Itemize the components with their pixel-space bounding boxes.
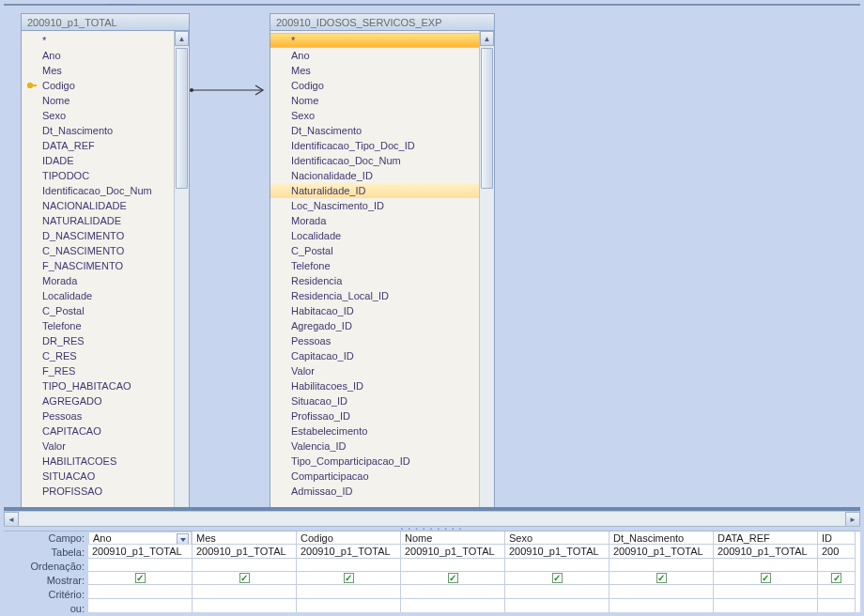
cell-mostrar[interactable] xyxy=(297,572,400,585)
grid-column[interactable]: Ano200910_p1_TOTAL xyxy=(88,531,193,612)
field-row[interactable]: Dt_Nascimento xyxy=(22,123,174,138)
table-title-right[interactable]: 200910_IDOSOS_SERVICOS_EXP xyxy=(270,14,494,31)
show-checkbox[interactable] xyxy=(135,573,146,583)
cell-ordenacao[interactable] xyxy=(297,559,400,572)
cell-mostrar[interactable] xyxy=(193,572,296,585)
field-row[interactable]: Valor xyxy=(22,439,174,454)
diagram-area[interactable]: 200910_p1_TOTAL *AnoMesCodigoNomeSexoDt_… xyxy=(4,4,860,511)
scroll-track-right[interactable] xyxy=(480,46,494,511)
cell-campo[interactable]: Nome xyxy=(401,531,504,545)
field-row[interactable]: DATA_REF xyxy=(22,138,174,153)
field-row[interactable]: Identificacao_Tipo_Doc_ID xyxy=(270,138,479,153)
cell-ou[interactable] xyxy=(297,599,400,612)
cell-ou[interactable] xyxy=(609,599,713,612)
field-row[interactable]: Sexo xyxy=(270,108,479,123)
field-row[interactable]: Telefone xyxy=(22,318,174,333)
grid-columns[interactable]: Ano200910_p1_TOTALMes200910_p1_TOTALCodi… xyxy=(88,531,860,612)
cell-tabela[interactable]: 200910_p1_TOTAL xyxy=(714,545,817,558)
grid-column[interactable]: Dt_Nascimento200910_p1_TOTAL xyxy=(609,531,714,612)
cell-ou[interactable] xyxy=(88,599,192,612)
field-row[interactable]: Morada xyxy=(22,273,174,288)
cell-tabela[interactable]: 200910_p1_TOTAL xyxy=(297,545,400,558)
field-row[interactable]: HABILITACOES xyxy=(22,454,174,469)
field-row[interactable]: Valencia_ID xyxy=(270,439,479,454)
field-row[interactable]: C_Postal xyxy=(22,303,174,318)
field-row[interactable]: Pessoas xyxy=(270,333,479,348)
field-row[interactable]: Residencia xyxy=(270,273,479,288)
cell-campo[interactable]: Dt_Nascimento xyxy=(609,531,713,545)
field-row[interactable]: Localidade xyxy=(22,288,174,303)
scroll-thumb-left[interactable] xyxy=(176,48,188,189)
hscroll-track[interactable] xyxy=(19,512,845,526)
field-row[interactable]: Nome xyxy=(270,93,479,108)
field-row[interactable]: Situacao_ID xyxy=(270,393,479,408)
scroll-up-icon[interactable]: ▲ xyxy=(175,31,189,46)
cell-mostrar[interactable] xyxy=(714,572,817,585)
cell-tabela[interactable]: 200910_p1_TOTAL xyxy=(401,545,504,558)
field-row[interactable]: CAPITACAO xyxy=(22,424,174,439)
cell-tabela[interactable]: 200 xyxy=(818,545,855,558)
cell-campo[interactable]: ID xyxy=(818,531,855,545)
field-row[interactable]: Ano xyxy=(270,48,479,63)
field-row[interactable]: TIPO_HABITACAO xyxy=(22,378,174,393)
cell-mostrar[interactable] xyxy=(88,572,192,585)
show-checkbox[interactable] xyxy=(239,573,250,583)
cell-ordenacao[interactable] xyxy=(193,559,296,572)
cell-campo[interactable]: Mes xyxy=(193,531,296,545)
field-row[interactable]: Naturalidade_ID xyxy=(270,183,479,198)
cell-ordenacao[interactable] xyxy=(505,559,609,572)
cell-tabela[interactable]: 200910_p1_TOTAL xyxy=(193,545,296,558)
field-row[interactable]: Codigo xyxy=(270,78,479,93)
cell-criterio[interactable] xyxy=(193,585,296,598)
field-row[interactable]: Estabelecimento xyxy=(270,424,479,439)
cell-mostrar[interactable] xyxy=(609,572,713,585)
field-row[interactable]: Profissao_ID xyxy=(270,408,479,424)
cell-criterio[interactable] xyxy=(505,585,609,598)
field-row[interactable]: * xyxy=(22,33,174,48)
cell-tabela[interactable]: 200910_p1_TOTAL xyxy=(505,545,609,558)
field-row[interactable]: Sexo xyxy=(22,108,174,123)
scroll-track-left[interactable] xyxy=(175,46,189,511)
show-checkbox[interactable] xyxy=(761,573,771,583)
cell-criterio[interactable] xyxy=(609,585,713,598)
field-row[interactable]: Nome xyxy=(22,93,174,108)
field-row[interactable]: Morada xyxy=(270,213,479,228)
field-row[interactable]: Dt_Nascimento xyxy=(270,123,479,138)
field-list-left[interactable]: *AnoMesCodigoNomeSexoDt_NascimentoDATA_R… xyxy=(22,31,174,511)
cell-ou[interactable] xyxy=(401,599,504,612)
field-row[interactable]: Valor xyxy=(270,363,479,378)
field-row[interactable]: Comparticipacao xyxy=(270,469,479,484)
cell-ordenacao[interactable] xyxy=(609,559,713,572)
grid-column[interactable]: Sexo200910_p1_TOTAL xyxy=(505,531,609,612)
scroll-left-icon[interactable]: ◄ xyxy=(4,512,19,527)
field-row[interactable]: Telefone xyxy=(270,258,479,273)
grid-column[interactable]: Nome200910_p1_TOTAL xyxy=(401,531,505,612)
cell-campo[interactable]: Codigo xyxy=(297,531,400,545)
grid-column[interactable]: DATA_REF200910_p1_TOTAL xyxy=(714,531,818,612)
dropdown-icon[interactable] xyxy=(177,533,189,545)
field-row[interactable]: Identificacao_Doc_Num xyxy=(270,153,479,168)
cell-criterio[interactable] xyxy=(714,585,817,598)
cell-tabela[interactable]: 200910_p1_TOTAL xyxy=(88,545,192,558)
field-row[interactable]: C_NASCIMENTO xyxy=(22,243,174,258)
scrollbar-left[interactable]: ▲ ▼ xyxy=(174,31,189,511)
cell-ordenacao[interactable] xyxy=(401,559,504,572)
show-checkbox[interactable] xyxy=(831,573,841,583)
cell-criterio[interactable] xyxy=(297,585,400,598)
table-box-left[interactable]: 200910_p1_TOTAL *AnoMesCodigoNomeSexoDt_… xyxy=(21,13,190,511)
cell-ou[interactable] xyxy=(714,599,817,612)
grid-column[interactable]: Mes200910_p1_TOTAL xyxy=(193,531,297,612)
field-row[interactable]: * xyxy=(270,33,479,48)
cell-ou[interactable] xyxy=(505,599,609,612)
show-checkbox[interactable] xyxy=(448,573,458,583)
field-row[interactable]: NATURALIDADE xyxy=(22,213,174,228)
field-row[interactable]: Pessoas xyxy=(22,408,174,424)
field-row[interactable]: Localidade xyxy=(270,228,479,243)
cell-mostrar[interactable] xyxy=(818,572,855,585)
field-row[interactable]: Habilitacoes_ID xyxy=(270,378,479,393)
field-row[interactable]: AGREGADO xyxy=(22,393,174,408)
field-row[interactable]: DR_RES xyxy=(22,333,174,348)
field-row[interactable]: SITUACAO xyxy=(22,469,174,484)
cell-criterio[interactable] xyxy=(88,585,192,598)
cell-ou[interactable] xyxy=(193,599,296,612)
